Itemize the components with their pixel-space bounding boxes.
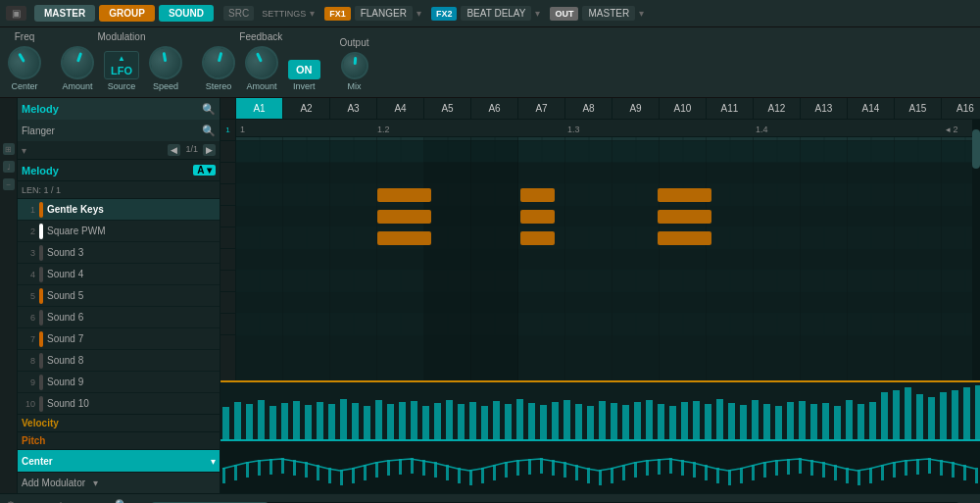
col-A2[interactable]: A2 [283, 98, 330, 119]
tab-master[interactable]: MASTER [34, 5, 95, 22]
note-6-2[interactable] [520, 231, 555, 245]
lfo-text: LFO [111, 65, 132, 76]
note-6-1[interactable] [377, 231, 431, 245]
main-grid[interactable] [236, 120, 972, 380]
svg-rect-88 [387, 460, 390, 476]
svg-rect-38 [564, 400, 570, 439]
track-item-7[interactable]: 7 Sound 7 [18, 328, 220, 350]
stereo-wrap: Stereo [202, 46, 235, 91]
expand-icon[interactable]: ▾ [22, 145, 26, 156]
track-item-6[interactable]: 6 Sound 6 [18, 307, 220, 328]
a-badge[interactable]: A ▾ [193, 165, 216, 176]
instrument-search-icon[interactable]: 🔍 [202, 103, 216, 116]
pitch-row[interactable]: Pitch [18, 432, 220, 450]
nav-row: ▾ ◀ 1/1 ▶ [18, 141, 220, 159]
icon-wave[interactable]: ~ [3, 178, 15, 190]
fb-amount-knob[interactable] [239, 40, 283, 84]
settings-gear-icon[interactable]: ⚙ [6, 499, 16, 503]
paint-icon[interactable]: 🔍 [115, 499, 128, 503]
src-button[interactable]: SRC [223, 6, 254, 21]
track-item-9[interactable]: 9 Sound 9 [18, 372, 220, 393]
col-A13[interactable]: A13 [801, 98, 848, 119]
icon-piano[interactable]: ♩ [3, 161, 15, 173]
right-scrollbar[interactable] [972, 120, 980, 380]
track-item-4[interactable]: 4 Sound 4 [18, 264, 220, 285]
track-num-6: 6 [22, 313, 35, 323]
track-item-1[interactable]: 1 Gentle Keys [18, 199, 220, 221]
svg-rect-55 [763, 404, 770, 439]
svg-rect-29 [458, 404, 465, 439]
stereo-knob[interactable] [198, 42, 239, 83]
center-knob-wrap: Center [8, 46, 41, 91]
col-A8[interactable]: A8 [565, 98, 612, 119]
svg-rect-76 [246, 462, 249, 478]
track-num-9: 9 [22, 377, 35, 387]
col-A12[interactable]: A12 [754, 98, 801, 119]
note-4-3[interactable] [658, 188, 711, 202]
out-select[interactable]: MASTER [582, 6, 635, 21]
scroll-left-icon[interactable]: ◂ [136, 498, 143, 504]
col-A6[interactable]: A6 [471, 98, 518, 119]
note-5-2[interactable] [520, 210, 555, 224]
col-A4[interactable]: A4 [377, 98, 424, 119]
track-num-8: 8 [22, 356, 35, 366]
svg-rect-83 [328, 468, 331, 483]
col-A5[interactable]: A5 [424, 98, 471, 119]
svg-rect-34 [516, 399, 523, 439]
col-A9[interactable]: A9 [612, 98, 660, 119]
nav-buttons: ◀ 1/1 ▶ [168, 144, 216, 156]
svg-rect-97 [493, 465, 496, 480]
track-item-3[interactable]: 3 Sound 3 [18, 242, 220, 264]
track-item-10[interactable]: 10 Sound 10 [18, 393, 220, 414]
col-A14[interactable]: A14 [848, 98, 895, 119]
note-5-1[interactable] [377, 210, 431, 224]
mix-knob[interactable] [339, 51, 368, 80]
svg-rect-44 [634, 402, 641, 439]
col-A10[interactable]: A10 [660, 98, 707, 119]
mod-speed-knob[interactable] [146, 43, 184, 81]
center-knob[interactable] [2, 40, 47, 85]
col-A1[interactable]: A1 [236, 98, 283, 119]
center-row[interactable]: Center ▾ [18, 450, 220, 472]
track-item-8[interactable]: 8 Sound 8 [18, 350, 220, 372]
prev-btn[interactable]: ◀ [168, 144, 180, 156]
svg-rect-69 [928, 397, 935, 439]
mod-amount-knob[interactable] [56, 41, 99, 84]
lfo-box[interactable]: ▲ LFO [104, 51, 139, 79]
scroll-thumb-right[interactable] [972, 129, 980, 169]
col-A3[interactable]: A3 [330, 98, 377, 119]
mod-amount-wrap: Amount [61, 46, 94, 91]
next-btn[interactable]: ▶ [203, 144, 216, 156]
svg-rect-90 [411, 458, 414, 474]
col-A11[interactable]: A11 [707, 98, 754, 119]
velocity-row[interactable]: Velocity [18, 415, 220, 432]
tab-sound[interactable]: SOUND [159, 5, 214, 22]
col-A7[interactable]: A7 [518, 98, 565, 119]
fx1-select[interactable]: FLANGER [355, 6, 413, 21]
note-4-1[interactable] [377, 188, 431, 202]
col-A15[interactable]: A15 [895, 98, 942, 119]
col-header-spacer [220, 98, 236, 119]
svg-rect-114 [693, 462, 696, 478]
tab-group[interactable]: GROUP [99, 5, 155, 22]
note-4-2[interactable] [520, 188, 555, 202]
note-5-3[interactable] [658, 210, 711, 224]
track-name-10: Sound 10 [47, 398, 216, 409]
invert-on-btn[interactable]: ON [288, 60, 320, 79]
svg-rect-135 [940, 460, 943, 476]
velocity-display [220, 380, 980, 439]
freq-group: Freq Center [8, 31, 41, 91]
note-6-3[interactable] [658, 231, 711, 245]
fx2-select[interactable]: BEAT DELAY [461, 6, 531, 21]
effect-search-icon[interactable]: 🔍 [202, 125, 216, 137]
scroll-right-icon[interactable]: ▸ [967, 498, 974, 504]
track-header: Melody A ▾ [18, 160, 220, 181]
fx2-badge: FX2 [431, 7, 458, 21]
col-A16[interactable]: A16 [942, 98, 980, 119]
track-item-2[interactable]: 2 Square PWM [18, 221, 220, 242]
icon-grid[interactable]: ⊞ [3, 143, 15, 155]
top-bar: ▣ MASTER GROUP SOUND SRC SETTINGS ▾ FX1 … [0, 0, 980, 27]
track-item-5[interactable]: 5 Sound 5 [18, 285, 220, 307]
invert-label: Invert [293, 81, 316, 91]
instrument-panel: Melody 🔍 Flanger 🔍 ▾ ◀ 1/1 ▶ [18, 98, 220, 160]
